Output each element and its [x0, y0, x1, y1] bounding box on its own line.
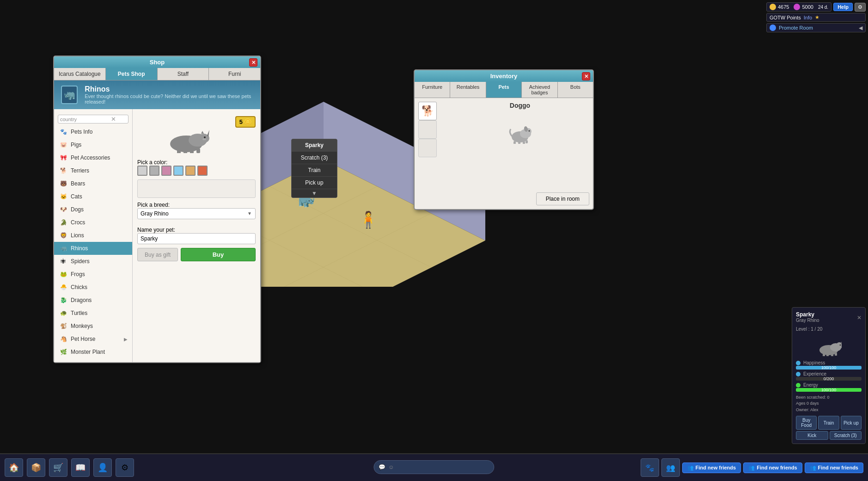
place-in-room-button[interactable]: Place in room: [536, 192, 589, 205]
pet-name-input[interactable]: [137, 233, 256, 244]
frogs-icon: 🐸: [59, 270, 68, 279]
sidebar-item-spiders[interactable]: 🕷 Spiders: [54, 255, 132, 268]
find-friends-button-2[interactable]: 👥 Find new friends: [743, 462, 802, 473]
sidebar-item-cats[interactable]: 🐱 Cats: [54, 190, 132, 203]
sidebar-item-label: Dragons: [71, 297, 92, 303]
pet-banner-description: Ever thought rhinos could be cute? Neith…: [85, 93, 253, 105]
toolbar-icon-friends[interactable]: 👥: [661, 458, 680, 477]
sidebar-search-input[interactable]: [60, 117, 111, 122]
buy-food-button[interactable]: Buy Food: [796, 416, 817, 430]
sidebar-item-dragons[interactable]: 🐉 Dragons: [54, 294, 132, 307]
inventory-slot-1[interactable]: [418, 120, 437, 139]
find-friends-button-3[interactable]: 👥 Find new friends: [805, 462, 863, 473]
breed-select[interactable]: Gray Rhino White Rhino Black Rhino Brown…: [137, 208, 256, 219]
sidebar-item-terriers[interactable]: 🐕 Terriers: [54, 164, 132, 177]
sidebar-item-lions[interactable]: 🦁 Lions: [54, 229, 132, 242]
toolbar-icon-shop[interactable]: 🛒: [49, 458, 67, 477]
settings-button[interactable]: ⚙: [855, 3, 866, 12]
sidebar-item-pigs[interactable]: 🐷 Pigs: [54, 138, 132, 151]
inventory-slot-0[interactable]: 🐕: [418, 102, 437, 120]
buy-button[interactable]: Buy: [181, 248, 256, 261]
inventory-pet-display: [501, 114, 538, 151]
toolbar-icon-home[interactable]: 🏠: [5, 458, 23, 477]
monkeys-icon: 🐒: [59, 321, 68, 331]
coin-badge-icon: 🪙: [244, 118, 251, 125]
sidebar-item-pet-accessories[interactable]: 🎀 Pet Accessories: [54, 151, 132, 164]
sidebar-item-chicks[interactable]: 🐣 Chicks: [54, 281, 132, 294]
tab-bots[interactable]: Bots: [558, 82, 593, 98]
experience-stat: Experience 0/200: [796, 371, 862, 381]
tab-furni[interactable]: Furni: [209, 68, 260, 80]
sidebar-item-frogs[interactable]: 🐸 Frogs: [54, 268, 132, 281]
tab-achieved-badges[interactable]: Achieved badges: [522, 82, 557, 98]
find-friends-button-1[interactable]: 👥 Find new friends: [682, 462, 741, 473]
energy-bar-bg: 100/100: [796, 388, 862, 392]
context-menu-train[interactable]: Train: [292, 164, 337, 177]
buy-as-gift-button[interactable]: Buy as gift: [137, 248, 178, 261]
sidebar-clear-button[interactable]: ✕: [111, 116, 116, 122]
right-toolbar: 🐾 👥 👥 Find new friends 👥 Find new friend…: [641, 458, 863, 477]
svg-rect-13: [183, 149, 187, 153]
tab-staff[interactable]: Staff: [158, 68, 209, 80]
pet-info-panel: Sparky Gray Rhino ✕ Level : 1 / 20 Happi…: [792, 307, 866, 444]
promote-icon: [770, 25, 776, 31]
pet-info-close-button[interactable]: ✕: [857, 314, 862, 321]
sidebar-item-pets-info[interactable]: 🐾 Pets Info: [54, 125, 132, 138]
sidebar-item-monster-plant[interactable]: 🌿 Monster Plant: [54, 345, 132, 358]
inventory-slot-2[interactable]: [418, 139, 437, 157]
shop-actions: Buy as gift Buy: [137, 248, 256, 261]
shop-close-button[interactable]: ✕: [249, 58, 257, 67]
toolbar-icon-catalog[interactable]: 📖: [71, 458, 90, 477]
world-character-sprite[interactable]: 🧍: [358, 210, 379, 229]
toolbar-icon-settings[interactable]: ⚙: [116, 458, 134, 477]
tab-icarus-catalogue[interactable]: Icarus Catalogue: [54, 68, 106, 80]
sidebar-item-rhinos[interactable]: 🦏 Rhinos: [54, 242, 132, 255]
color-swatch-2[interactable]: [161, 166, 171, 176]
tab-furniture[interactable]: Furniture: [415, 82, 450, 98]
color-swatch-4[interactable]: [185, 166, 196, 176]
context-menu-pickup[interactable]: Pick up: [292, 177, 337, 189]
svg-rect-26: [526, 140, 528, 143]
color-swatch-3[interactable]: [173, 166, 183, 176]
experience-bar-bg: 0/200: [796, 377, 862, 381]
sidebar-item-pet-horse[interactable]: 🐴 Pet Horse ▶: [54, 333, 132, 345]
promote-arrow[interactable]: ◀: [859, 25, 862, 31]
sidebar-item-crocs[interactable]: 🐊 Crocs: [54, 216, 132, 229]
breed-section: Pick a breed: Gray Rhino White Rhino Bla…: [137, 202, 256, 223]
tab-rentables[interactable]: Rentables: [450, 82, 486, 98]
pickup-pet-button[interactable]: Pick up: [841, 416, 862, 430]
experience-circle: [796, 372, 801, 376]
sidebar-item-dogs[interactable]: 🐶 Dogs: [54, 203, 132, 216]
tab-pets[interactable]: Pets: [486, 82, 522, 98]
train-pet-button[interactable]: Train: [818, 416, 839, 430]
scratched-info: Been scratched: 0: [796, 395, 862, 401]
scratch-pet-button[interactable]: Scratch (3): [830, 431, 862, 440]
sidebar-item-bears[interactable]: 🐻 Bears: [54, 177, 132, 190]
pet-banner-name: Rhinos: [85, 85, 253, 93]
gotw-label: GOTW Points: [770, 15, 801, 20]
sidebar-item-turtles[interactable]: 🐢 Turtles: [54, 307, 132, 320]
pet-sidebar: ✕ 🐾 Pets Info 🐷 Pigs 🎀 Pet Accessories 🐕…: [54, 109, 133, 362]
happiness-circle: [796, 361, 801, 365]
kick-pet-button[interactable]: Kick: [796, 431, 828, 440]
promote-label[interactable]: Promote Room: [779, 25, 813, 31]
svg-rect-14: [190, 149, 194, 153]
color-swatch-1[interactable]: [149, 166, 159, 176]
context-menu-scratch[interactable]: Scratch (3): [292, 152, 337, 164]
svg-point-35: [839, 345, 841, 346]
chat-input[interactable]: [397, 464, 489, 470]
tab-pets-shop[interactable]: Pets Shop: [106, 68, 158, 80]
sidebar-item-label: Rhinos: [71, 245, 88, 252]
gotw-info-link[interactable]: Info: [804, 15, 812, 20]
crocs-icon: 🐊: [59, 218, 68, 227]
color-swatch-5[interactable]: [197, 166, 208, 176]
toolbar-icon-pets[interactable]: 🐾: [641, 458, 659, 477]
svg-marker-17: [201, 131, 204, 134]
sidebar-item-monkeys[interactable]: 🐒 Monkeys: [54, 320, 132, 333]
toolbar-icon-inventory[interactable]: 📦: [27, 458, 45, 477]
inventory-close-button[interactable]: ✕: [582, 72, 590, 80]
happiness-value: 100/100: [821, 365, 837, 370]
toolbar-icon-avatar[interactable]: 👤: [93, 458, 112, 477]
color-swatch-0[interactable]: [137, 166, 147, 176]
help-button[interactable]: Help: [833, 3, 853, 11]
